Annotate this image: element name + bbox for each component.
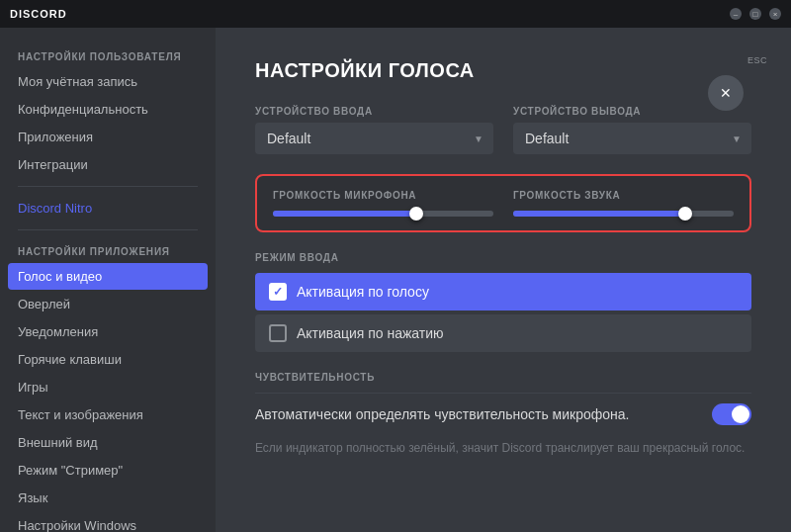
content-area: ✕ ESC НАСТРОЙКИ ГОЛОСА УСТРОЙСТВО ВВОДА … xyxy=(216,28,791,532)
toggle-thumb xyxy=(732,405,749,423)
page-title: НАСТРОЙКИ ГОЛОСА xyxy=(255,59,751,82)
sidebar-item-integrations[interactable]: Интеграции xyxy=(8,151,208,178)
sensitivity-section: ЧУВСТВИТЕЛЬНОСТЬ Автоматически определят… xyxy=(255,372,751,455)
sensitivity-auto-toggle[interactable] xyxy=(712,403,751,425)
volume-section: ГРОМКОСТЬ МИКРОФОНА ГРОМКОСТЬ ЗВУКА xyxy=(255,174,751,232)
sidebar-item-nitro[interactable]: Discord Nitro xyxy=(8,195,208,222)
minimize-button[interactable]: – xyxy=(730,8,742,20)
sidebar: НАСТРОЙКИ ПОЛЬЗОВАТЕЛЯ Моя учётная запис… xyxy=(0,28,216,532)
sidebar-divider-1 xyxy=(18,186,198,187)
output-device-select[interactable]: Default xyxy=(513,123,751,154)
sidebar-item-hotkeys[interactable]: Горячие клавиши xyxy=(8,346,208,373)
input-mode-section: РЕЖИМ ВВОДА ✓ Активация по голосу Актива… xyxy=(255,252,751,352)
sidebar-item-my-account[interactable]: Моя учётная запись xyxy=(8,68,208,95)
sensitivity-auto-row: Автоматически определять чувствительност… xyxy=(255,393,751,435)
sound-volume-group: ГРОМКОСТЬ ЗВУКА xyxy=(513,190,734,217)
mode-voice-label: Активация по голосу xyxy=(297,284,429,300)
input-device-select[interactable]: Default xyxy=(255,123,493,154)
sidebar-divider-2 xyxy=(18,229,198,230)
window-controls: – □ × xyxy=(730,8,781,20)
mic-volume-track[interactable] xyxy=(273,211,493,217)
sidebar-item-privacy[interactable]: Конфиденциальность xyxy=(8,96,208,123)
sidebar-item-apps[interactable]: Приложения xyxy=(8,124,208,150)
mode-push-label: Активация по нажатию xyxy=(297,325,444,341)
sidebar-item-notifications[interactable]: Уведомления xyxy=(8,318,208,345)
sensitivity-label: ЧУВСТВИТЕЛЬНОСТЬ xyxy=(255,372,751,383)
esc-wrapper: ✕ ESC xyxy=(747,51,767,65)
app-logo: DISCORD xyxy=(10,8,67,20)
sidebar-item-text[interactable]: Текст и изображения xyxy=(8,401,208,428)
mic-volume-label: ГРОМКОСТЬ МИКРОФОНА xyxy=(273,190,493,201)
input-mode-label: РЕЖИМ ВВОДА xyxy=(255,252,751,263)
sidebar-item-appearance[interactable]: Внешний вид xyxy=(8,429,208,456)
sidebar-item-voice[interactable]: Голос и видео xyxy=(8,263,208,290)
esc-button[interactable]: ✕ xyxy=(708,75,744,111)
mode-push-option[interactable]: Активация по нажатию xyxy=(255,314,751,352)
sidebar-item-language[interactable]: Язык xyxy=(8,485,208,511)
section-title-user: НАСТРОЙКИ ПОЛЬЗОВАТЕЛЯ xyxy=(8,44,208,66)
volume-row: ГРОМКОСТЬ МИКРОФОНА ГРОМКОСТЬ ЗВУКА xyxy=(273,190,734,217)
output-device-select-wrapper: Default ▼ xyxy=(513,123,751,154)
sensitivity-hint: Если индикатор полностью зелёный, значит… xyxy=(255,441,751,455)
mic-volume-group: ГРОМКОСТЬ МИКРОФОНА xyxy=(273,190,493,217)
app-body: НАСТРОЙКИ ПОЛЬЗОВАТЕЛЯ Моя учётная запис… xyxy=(0,28,791,532)
mode-voice-checkbox: ✓ xyxy=(269,283,287,301)
maximize-button[interactable]: □ xyxy=(749,8,761,20)
output-device-group: УСТРОЙСТВО ВЫВОДА Default ▼ xyxy=(513,106,751,154)
close-button[interactable]: × xyxy=(769,8,781,20)
sidebar-item-windows[interactable]: Настройки Windows xyxy=(8,512,208,532)
sound-volume-fill xyxy=(513,211,685,217)
mic-volume-fill xyxy=(273,211,416,217)
sidebar-item-games[interactable]: Игры xyxy=(8,374,208,400)
titlebar: DISCORD – □ × xyxy=(0,0,791,28)
esc-label: ESC xyxy=(747,55,767,65)
sensitivity-auto-text: Автоматически определять чувствительност… xyxy=(255,406,712,422)
input-device-select-wrapper: Default ▼ xyxy=(255,123,493,154)
input-device-label: УСТРОЙСТВО ВВОДА xyxy=(255,106,493,117)
section-title-app: НАСТРОЙКИ ПРИЛОЖЕНИЯ xyxy=(8,238,208,261)
sound-volume-track[interactable] xyxy=(513,211,734,217)
mode-voice-option[interactable]: ✓ Активация по голосу xyxy=(255,273,751,310)
sidebar-item-overlay[interactable]: Оверлей xyxy=(8,291,208,317)
device-row: УСТРОЙСТВО ВВОДА Default ▼ УСТРОЙСТВО ВЫ… xyxy=(255,106,751,154)
mode-push-checkbox xyxy=(269,324,287,342)
input-device-group: УСТРОЙСТВО ВВОДА Default ▼ xyxy=(255,106,493,154)
mic-volume-thumb[interactable] xyxy=(409,207,423,221)
close-icon: ✕ xyxy=(720,86,732,100)
checkmark-icon: ✓ xyxy=(273,285,283,299)
sidebar-item-streamer[interactable]: Режим "Стример" xyxy=(8,457,208,484)
sound-volume-thumb[interactable] xyxy=(678,207,692,221)
sound-volume-label: ГРОМКОСТЬ ЗВУКА xyxy=(513,190,734,201)
